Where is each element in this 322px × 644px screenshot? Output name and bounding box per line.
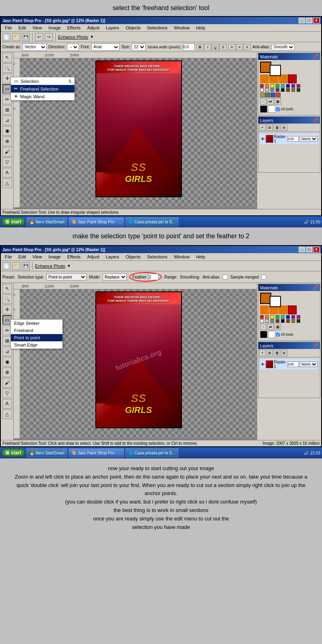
- delete-layer-btn[interactable]: 🗑: [274, 124, 280, 131]
- tool-arrow-2[interactable]: ↖: [2, 284, 12, 293]
- swatch-red[interactable]: [288, 74, 297, 83]
- merge-btn[interactable]: ⊕: [281, 124, 287, 131]
- swatch-orange-pattern[interactable]: [260, 74, 269, 83]
- color-red[interactable]: [260, 84, 264, 88]
- copy-layer-btn[interactable]: ⊞: [266, 124, 273, 131]
- tool-crop[interactable]: ⊞: [2, 105, 12, 115]
- background-color-2[interactable]: [270, 296, 281, 307]
- enhance-photo-dropdown-icon-2[interactable]: ▼: [67, 264, 71, 268]
- menu-image-2[interactable]: Image: [46, 254, 63, 260]
- menu-objects-2[interactable]: Objects: [123, 254, 143, 260]
- menu-view-1[interactable]: View: [30, 25, 45, 31]
- eyedropper-btn-2[interactable]: 💉: [260, 324, 266, 330]
- materials-pin-icon-2[interactable]: 📌: [313, 285, 318, 290]
- c-green[interactable]: [276, 315, 279, 319]
- new-btn[interactable]: 📄: [2, 33, 10, 41]
- merge-btn-2[interactable]: ⊕: [281, 350, 287, 356]
- color-pink[interactable]: [297, 84, 300, 88]
- swap-colors-btn[interactable]: ⇄: [267, 98, 274, 105]
- dropdown-edge-seeker[interactable]: Edge Seeker: [11, 320, 62, 327]
- canvas-main-2[interactable]: THEIR WEAPON WAS DESIRE... FOR WHICH THE…: [20, 289, 257, 438]
- color-white[interactable]: [260, 88, 264, 92]
- tool-straighten[interactable]: ⊿: [2, 116, 12, 125]
- c-purple[interactable]: [291, 315, 295, 319]
- new-layer-btn[interactable]: +: [259, 124, 266, 131]
- c-cyan[interactable]: [281, 315, 285, 319]
- layer-visibility-icon[interactable]: 👁: [261, 137, 265, 141]
- tool-text-2[interactable]: A: [2, 399, 12, 409]
- bold-btn[interactable]: B: [196, 44, 204, 50]
- layer-visibility-icon-2[interactable]: 👁: [261, 362, 265, 367]
- dropdown-item-freehand[interactable]: ✏ Freehand Selection: [11, 85, 74, 93]
- white-swatch[interactable]: [268, 105, 275, 113]
- enhance-photo-dropdown-icon[interactable]: ▼: [90, 35, 94, 39]
- c-orange[interactable]: [265, 315, 269, 319]
- restore-btn-1[interactable]: □: [306, 18, 312, 23]
- tool-redeye-2[interactable]: ◉: [2, 357, 12, 367]
- tool-move-2[interactable]: ✛: [2, 305, 12, 314]
- color-brown[interactable]: [286, 88, 290, 92]
- menu-window-2[interactable]: Window: [171, 254, 192, 260]
- c-black[interactable]: [281, 319, 285, 323]
- align-right-btn[interactable]: ≡: [244, 44, 251, 50]
- black-swatch-2[interactable]: [260, 331, 267, 338]
- c-yellow[interactable]: [270, 315, 274, 319]
- swatch-extra4[interactable]: [276, 93, 281, 97]
- menu-edit-1[interactable]: Edit: [16, 25, 29, 31]
- antialias-check-2[interactable]: [223, 275, 228, 280]
- background-color[interactable]: [270, 65, 281, 76]
- align-center-btn[interactable]: ≡: [236, 44, 243, 50]
- italic-btn[interactable]: I: [204, 44, 211, 50]
- color-olive[interactable]: [291, 88, 295, 92]
- layer-row-2[interactable]: 👁 Raster 1 Normal: [260, 359, 319, 370]
- menu-window-1[interactable]: Window: [171, 25, 192, 31]
- stroke-input[interactable]: [183, 43, 195, 51]
- tool-paint-2[interactable]: 🖌: [2, 378, 12, 388]
- mode-select[interactable]: Replace: [103, 273, 127, 281]
- strikethrough-btn[interactable]: S: [219, 44, 227, 50]
- dropdown-smart-edge[interactable]: Smart Edge: [11, 341, 62, 349]
- menu-file-1[interactable]: File: [2, 25, 14, 31]
- enhance-photo-btn-2[interactable]: Enhance Photo: [35, 264, 65, 268]
- tool-shape[interactable]: △: [2, 178, 12, 188]
- dropdown-item-magicwand[interactable]: ✦ Magic Wand: [11, 93, 74, 100]
- menu-help-2[interactable]: Help: [194, 254, 208, 260]
- color-yellow[interactable]: [270, 84, 274, 88]
- swatch-p1[interactable]: [260, 305, 269, 314]
- tool-zoom[interactable]: 🔍: [2, 63, 12, 73]
- tool-zoom-2[interactable]: 🔍: [2, 294, 12, 304]
- materials-pin-icon[interactable]: 📌: [313, 54, 318, 59]
- delete-layer-btn-2[interactable]: 🗑: [274, 350, 280, 356]
- c-blue[interactable]: [286, 315, 290, 319]
- menu-layers-1[interactable]: Layers: [103, 25, 122, 31]
- start-button-2[interactable]: ⊞ start: [2, 449, 25, 457]
- undo-btn[interactable]: ↩: [35, 33, 43, 41]
- restore-btn-2[interactable]: □: [306, 247, 312, 252]
- swatch-extra1[interactable]: [260, 93, 265, 97]
- color-darkgray[interactable]: [276, 88, 279, 92]
- swatch-red-2[interactable]: [288, 305, 297, 314]
- all-tools-check-2[interactable]: All tools: [276, 332, 293, 336]
- enhance-photo-btn[interactable]: Enhance Photo: [58, 35, 88, 39]
- dropdown-freehand[interactable]: Freehand: [11, 327, 62, 334]
- color-black[interactable]: [281, 88, 285, 92]
- c-dgreen[interactable]: [297, 319, 300, 323]
- tool-clone[interactable]: ⊕: [2, 136, 12, 146]
- black-swatch[interactable]: [260, 105, 267, 113]
- close-btn-1[interactable]: ✕: [313, 18, 320, 23]
- tool-arrow[interactable]: ↖: [2, 53, 12, 62]
- menu-file-2[interactable]: File: [2, 254, 14, 260]
- open-btn[interactable]: 📂: [12, 33, 20, 41]
- color-gray[interactable]: [270, 88, 274, 92]
- close-btn-2[interactable]: ✕: [313, 247, 320, 252]
- menu-edit-2[interactable]: Edit: [16, 254, 29, 260]
- layer-opacity-1[interactable]: [287, 136, 299, 142]
- color-cyan[interactable]: [281, 84, 285, 88]
- taskbar-item-psp-1[interactable]: 🎨 Jasc Paint Shop Pro - ...: [69, 217, 124, 226]
- layers-pin-icon[interactable]: 📌: [313, 118, 318, 123]
- save-btn[interactable]: 💾: [22, 33, 30, 41]
- dropdown-point-to-point[interactable]: Point to point: [11, 334, 62, 341]
- menu-image-1[interactable]: Image: [46, 25, 63, 31]
- align-left-btn[interactable]: ≡: [228, 44, 235, 50]
- layer-blend-2[interactable]: Normal: [299, 361, 318, 367]
